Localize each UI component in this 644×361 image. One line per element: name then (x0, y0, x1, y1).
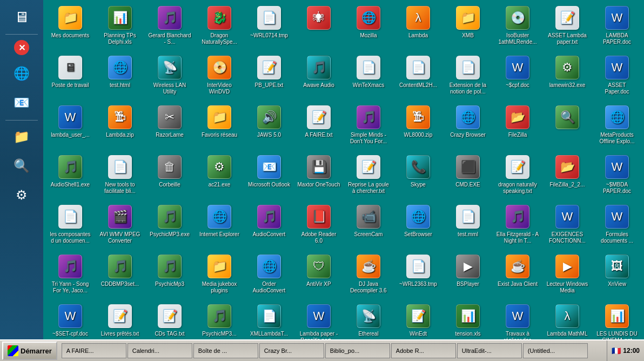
icon-label-35: MetaProducts Offline Explo... (595, 132, 639, 145)
sidebar-item-close[interactable]: ✕ (2, 38, 41, 58)
desktop-icon-3[interactable]: 🐉Dragon NaturallySpe... (195, 3, 244, 51)
desktop-icon-35[interactable]: 🌐MetaProducts Offline Explo... (593, 102, 641, 151)
desktop-icon-47[interactable]: W~$MBDA PAPER.doc (593, 152, 641, 200)
desktop-icon-57[interactable]: 🎵Ella Fitzgerald - A Night In T... (493, 202, 542, 250)
desktop-icon-65[interactable]: 🛡AntiVir XP (294, 251, 343, 300)
start-button[interactable]: Démarrer (2, 342, 57, 360)
desktop-icon-30[interactable]: 🎵Simple Minds - Don't You For... (344, 102, 393, 151)
desktop-icon-33[interactable]: 📂FileZilla (493, 102, 542, 151)
desktop-icon-64[interactable]: 🌐Order AudioConvert (245, 251, 293, 300)
desktop-icon-60[interactable]: 🎵Tri Yann - Song For Ye, Jaco... (46, 251, 95, 300)
desktop-icon-62[interactable]: 🎵PsychicMp3 (145, 251, 194, 300)
desktop-icon-6[interactable]: 🌐Mozilla (344, 3, 393, 51)
desktop-icon-53[interactable]: 📕Adobe Reader 6.0 (294, 202, 343, 250)
desktop-icon-20[interactable]: 📄Extension de la notion de pol... (444, 52, 492, 101)
icon-box-77: W (307, 304, 331, 328)
sidebar-item-settings[interactable]: ⚙ (2, 182, 41, 209)
desktop-icon-48[interactable]: 📄les composantes d un documen... (46, 202, 95, 250)
taskbar-item-7[interactable]: (Untitled... (523, 343, 588, 358)
desktop-icon-34[interactable]: 🔍 (543, 102, 592, 151)
desktop-icon-26[interactable]: ✂RazorLame (145, 102, 194, 151)
desktop-icon-38[interactable]: 🗑Corbeille (145, 152, 194, 200)
sidebar-divider-1 (5, 120, 38, 121)
desktop-icon-23[interactable]: WASSET Paper.doc (593, 52, 641, 101)
desktop-icon-56[interactable]: 📄test.mml (444, 202, 492, 250)
desktop-icon-27[interactable]: 📁Favoris réseau (195, 102, 244, 151)
taskbar-item-3[interactable]: Crazy Br... (259, 343, 324, 358)
desktop-icon-28[interactable]: 🔊JAWS 5.0 (245, 102, 293, 151)
desktop-icon-37[interactable]: 📄New tools to facilitate bli... (96, 152, 144, 200)
icon-label-41: Maxtor OneTouch (298, 182, 340, 188)
desktop-icon-50[interactable]: 🎵PsychicMP3.exe (145, 202, 194, 250)
desktop-icon-51[interactable]: 🌐Internet Explorer (195, 202, 244, 250)
desktop-icon-29[interactable]: 📝A FAIRE.txt (294, 102, 343, 151)
desktop-icon-55[interactable]: 🌐SetBrowser (394, 202, 442, 250)
desktop-icon-66[interactable]: ☕DJ Java Decompiler 3.6 (344, 251, 393, 300)
desktop-icon-18[interactable]: 📄WinTeXmacs (344, 52, 393, 101)
taskbar-item-4[interactable]: Biblio_po... (325, 343, 390, 358)
taskbar-item-2[interactable]: Boîte de ... (193, 343, 258, 358)
desktop-icon-0[interactable]: 📁Mes documents (46, 3, 95, 51)
desktop-icon-11[interactable]: WLAMBDA PAPER.doc (593, 3, 641, 51)
desktop-icon-63[interactable]: 📁Media jukebox plugins (195, 251, 244, 300)
desktop-icon-39[interactable]: ⚙ac21.exe (195, 152, 244, 200)
sidebar-item-email[interactable]: 📧 (2, 90, 41, 117)
desktop-icon-16[interactable]: 📝PB_UPE.txt (245, 52, 293, 101)
taskbar-item-5[interactable]: Adobe R... (391, 343, 456, 358)
desktop-icon-17[interactable]: 🎵Awave Audio (294, 52, 343, 101)
desktop-icon-15[interactable]: 📀InterVideo WinDVD (195, 52, 244, 101)
desktop-icon-12[interactable]: 🖥Poste de travail (46, 52, 95, 101)
desktop-icon-46[interactable]: 📂FileZilla_2_2... (543, 152, 592, 200)
desktop-icon-13[interactable]: 🌐test.html (96, 52, 144, 101)
desktop-icon-9[interactable]: 💿IsoBuster 1athMLRende... (493, 3, 542, 51)
desktop-icon-2[interactable]: 🎵Gerard Blanchard - S... (145, 3, 194, 51)
icon-label-30: Simple Minds - Don't You For... (347, 132, 390, 145)
desktop-icon-14[interactable]: 📡Wireless LAN Utility (145, 52, 194, 101)
desktop-icon-36[interactable]: 🎵AudioShell1.exe (46, 152, 95, 200)
desktop-icon-7[interactable]: λLambda (394, 3, 442, 51)
desktop-icon-43[interactable]: 📞Skype (394, 152, 442, 200)
sidebar-item-search[interactable]: 🔍 (2, 153, 41, 180)
taskbar-item-1[interactable]: Calendri... (128, 343, 192, 358)
desktop-icon-5[interactable]: 🕷 (294, 3, 343, 51)
icon-box-26: ✂ (158, 105, 182, 129)
desktop-icon-52[interactable]: 🎵AudioConvert (245, 202, 293, 250)
desktop-icon-67[interactable]: 📄~WRL2363.tmp (394, 251, 442, 300)
icon-label-71: XnView (608, 281, 626, 288)
icon-label-17: Awave Audio (303, 82, 334, 89)
desktop-icon-58[interactable]: WEXIGENCES FONCTIONN... (543, 202, 592, 250)
desktop-icon-44[interactable]: ⬛CMD.EXE (444, 152, 492, 200)
desktop-icon-45[interactable]: 📝dragon naturally speaking.txt (493, 152, 542, 200)
desktop-icon-68[interactable]: ▶BSPlayer (444, 251, 492, 300)
icon-label-42: Reprise La goule à chercher.txt (347, 182, 390, 195)
icon-label-27: Favoris réseau (202, 132, 237, 138)
desktop-icon-41[interactable]: 💾Maxtor OneTouch (294, 152, 343, 200)
desktop-icon-1[interactable]: 📊Planning TPs Delphi.xls (96, 3, 144, 51)
desktop-icon-69[interactable]: ☕Exist Java Client (493, 251, 542, 300)
desktop-icon-10[interactable]: 📝ASSET Lambda paper.txt (543, 3, 592, 51)
desktop-icon-70[interactable]: ▶Lecteur Windows Media (543, 251, 592, 300)
desktop-icon-54[interactable]: 📹ScreenCam (344, 202, 393, 250)
sidebar-item-0[interactable]: 🖥 (2, 4, 41, 31)
icon-box-28: 🔊 (257, 105, 281, 129)
desktop-icon-59[interactable]: WFormules documents ... (593, 202, 641, 250)
desktop-icon-31[interactable]: 🗜WL8000.zip (394, 102, 442, 151)
desktop-icon-40[interactable]: 📧Microsoft Outlook (245, 152, 293, 200)
desktop-icon-71[interactable]: 🖼XnView (593, 251, 641, 300)
sidebar-item-net[interactable]: 🌐 (2, 61, 41, 88)
desktop-icon-42[interactable]: 📝Reprise La goule à chercher.txt (344, 152, 393, 200)
sidebar-item-folder[interactable]: 📁 (2, 124, 41, 151)
desktop-icon-32[interactable]: 🌐Crazy Browser (444, 102, 492, 151)
desktop-icon-22[interactable]: ⚙lamewin32.exe (543, 52, 592, 101)
desktop-icon-21[interactable]: W~$cpf.doc (493, 52, 542, 101)
desktop-icon-25[interactable]: 🗜Lambda.zip (96, 102, 144, 151)
desktop-icon-8[interactable]: 📁XMB (444, 3, 492, 51)
icon-box-29: 📝 (307, 105, 331, 129)
desktop-icon-24[interactable]: Wlambda_user_... (46, 102, 95, 151)
taskbar-item-6[interactable]: UltraEdit-... (457, 343, 522, 358)
taskbar-item-0[interactable]: A FAIRE... (62, 343, 126, 358)
desktop-icon-49[interactable]: 🎬AVI WMV MPEG Converter (96, 202, 144, 250)
desktop-icon-4[interactable]: 📄~WRL0714.tmp (245, 3, 293, 51)
desktop-icon-61[interactable]: 🎵CDDBMP3set... (96, 251, 144, 300)
desktop-icon-19[interactable]: 📄ContentML2H... (394, 52, 442, 101)
